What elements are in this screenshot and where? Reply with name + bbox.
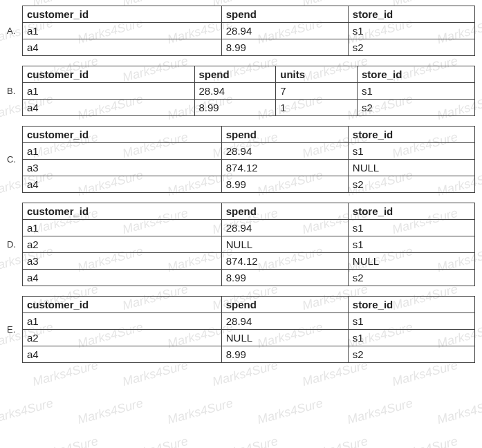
table-cell: a1 [23,220,222,236]
table-header-cell: units [276,66,358,83]
table-row: a3874.12NULL [23,160,475,176]
option-item: A.customer_idspendstore_ida128.94s1a48.9… [7,6,475,56]
watermark: Marks4Sure [166,396,234,427]
watermark: Marks4Sure [301,434,369,448]
option-item: E.customer_idspendstore_ida128.94s1a2NUL… [7,296,475,363]
table-cell: a3 [23,160,222,176]
table-cell: a2 [23,236,222,253]
table-header-cell: spend [194,66,276,83]
table-cell: s2 [348,346,474,363]
table-row: a128.94s1 [23,313,475,330]
table-cell: 28.94 [221,313,348,330]
option-item: D.customer_idspendstore_ida128.94s1a2NUL… [7,203,475,286]
table-header-row: customer_idspendunitsstore_id [23,66,475,83]
table-cell: 874.12 [221,253,348,270]
watermark: Marks4Sure [436,396,482,427]
table-header-cell: spend [221,203,348,220]
table-cell: a1 [23,313,222,330]
table-header-cell: store_id [348,127,474,143]
watermark: Marks4Sure [391,434,459,448]
table-row: a128.947s1 [23,83,475,100]
table-header-cell: spend [221,127,348,143]
table-cell: 28.94 [221,23,348,39]
table-cell: 28.94 [221,220,348,236]
table-cell: a4 [23,176,222,193]
table-cell: a4 [23,39,222,56]
table-cell: 28.94 [194,83,276,100]
table-cell: s1 [348,220,474,236]
watermark: Marks4Sure [31,434,100,448]
table-cell: s2 [348,176,474,193]
table-row: a48.99s2 [23,176,475,193]
table-cell: 1 [276,100,358,116]
table-row: a48.991s2 [23,100,475,116]
table-header-cell: store_id [348,297,474,313]
data-table: customer_idspendstore_ida128.94s1a3874.1… [22,126,475,193]
table-cell: s1 [348,23,474,39]
table-header-cell: customer_id [23,6,222,23]
table-row: a48.99s2 [23,39,475,56]
table-cell: 28.94 [221,143,348,160]
watermark: Marks4Sure [0,396,55,427]
table-cell: a4 [23,270,222,286]
table-cell: NULL [221,236,348,253]
table-row: a48.99s2 [23,346,475,363]
option-item: C.customer_idspendstore_ida128.94s1a3874… [7,126,475,193]
watermark: Marks4Sure [211,434,279,448]
table-header-cell: store_id [357,66,474,83]
table-header-cell: store_id [348,6,474,23]
table-cell: s2 [348,270,474,286]
table-row: a128.94s1 [23,23,475,39]
option-label: E. [7,324,22,335]
table-header-row: customer_idspendstore_id [23,127,475,143]
table-row: a2NULLs1 [23,330,475,346]
table-header-cell: customer_id [23,297,222,313]
table-header-cell: spend [221,6,348,23]
table-cell: 8.99 [221,270,348,286]
watermark: Marks4Sure [256,396,324,427]
table-cell: s2 [357,100,474,116]
watermark: Marks4Sure [346,396,414,427]
table-cell: s1 [348,236,474,253]
table-cell: a4 [23,100,195,116]
table-cell: s1 [357,83,474,100]
table-row: a128.94s1 [23,143,475,160]
table-cell: s1 [348,143,474,160]
table-cell: a1 [23,143,222,160]
data-table: customer_idspendstore_ida128.94s1a48.99s… [22,6,475,56]
table-header-row: customer_idspendstore_id [23,6,475,23]
data-table: customer_idspendstore_ida128.94s1a2NULLs… [22,203,475,286]
table-cell: 8.99 [194,100,276,116]
table-header-row: customer_idspendstore_id [23,203,475,220]
table-header-row: customer_idspendstore_id [23,297,475,313]
table-header-cell: store_id [348,203,474,220]
table-cell: a3 [23,253,222,270]
table-row: a128.94s1 [23,220,475,236]
table-cell: a1 [23,83,195,100]
table-cell: s1 [348,313,474,330]
table-cell: s1 [348,330,474,346]
table-cell: 7 [276,83,358,100]
table-cell: 874.12 [221,160,348,176]
option-label: B. [7,86,22,96]
table-header-cell: customer_id [23,203,222,220]
table-cell: 8.99 [221,39,348,56]
table-cell: a2 [23,330,222,346]
table-row: a3874.12NULL [23,253,475,270]
table-cell: s2 [348,39,474,56]
option-label: C. [7,154,22,165]
table-cell: 8.99 [221,176,348,193]
watermark: Marks4Sure [121,434,189,448]
table-cell: NULL [348,160,474,176]
table-cell: 8.99 [221,346,348,363]
table-header-cell: customer_id [23,127,222,143]
option-item: B.customer_idspendunitsstore_ida128.947s… [7,66,475,116]
data-table: customer_idspendstore_ida128.94s1a2NULLs… [22,296,475,363]
table-header-cell: customer_id [23,66,195,83]
table-cell: NULL [348,253,474,270]
watermark: Marks4Sure [76,396,145,427]
table-cell: a4 [23,346,222,363]
option-label: A. [7,26,22,36]
table-row: a48.99s2 [23,270,475,286]
option-label: D. [7,239,22,250]
